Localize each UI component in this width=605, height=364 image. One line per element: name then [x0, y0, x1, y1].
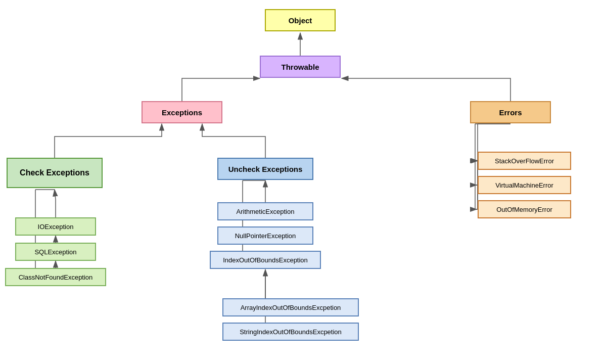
exceptions-label: Exceptions — [162, 108, 202, 117]
node-stringindexoutofboundsexception: StringIndexOutOfBoundsExcpetion — [222, 323, 359, 341]
stackoverflow-label: StackOverFlowError — [495, 157, 554, 165]
uncheck-exceptions-label: Uncheck Exceptions — [228, 165, 303, 173]
node-nullpointerexception: NullPointerException — [217, 226, 313, 245]
arrow-errors-throwable — [342, 78, 510, 101]
node-indexoutofboundsexception: IndexOutOfBoundsException — [210, 251, 321, 269]
arrow-ioexception-check — [55, 190, 56, 217]
node-arithmeticexception: ArithmeticException — [217, 202, 313, 220]
ioexception-label: IOException — [38, 223, 74, 231]
indexoutofbounds-label: IndexOutOfBoundsException — [223, 256, 308, 264]
node-uncheck-exceptions: Uncheck Exceptions — [217, 158, 313, 180]
arrayindex-label: ArrayIndexOutOfBoundsExcpetion — [241, 304, 341, 311]
node-errors: Errors — [470, 101, 551, 123]
sqlexception-label: SQLException — [34, 248, 76, 256]
check-exceptions-label: Check Exceptions — [20, 168, 89, 177]
diagram: Object Throwable Exceptions Errors Check… — [0, 0, 605, 364]
stringindex-label: StringIndexOutOfBoundsExcpetion — [240, 328, 342, 336]
node-object: Object — [265, 9, 336, 31]
classnotfound-label: ClassNotFoundException — [19, 274, 93, 281]
node-ioexception: IOException — [15, 217, 96, 236]
arrow-check-exceptions-left — [55, 124, 162, 158]
throwable-label: Throwable — [281, 63, 319, 71]
node-arrayindexoutofboundsexception: ArrayIndexOutOfBoundsExcpetion — [222, 298, 359, 316]
node-stackoverflowerror: StackOverFlowError — [478, 152, 571, 170]
arrow-uncheck-exceptions-right — [202, 124, 265, 158]
node-throwable: Throwable — [260, 56, 341, 78]
node-check-exceptions: Check Exceptions — [7, 158, 103, 188]
nullpointer-label: NullPointerException — [235, 232, 296, 240]
object-label: Object — [289, 16, 312, 25]
arithmetic-label: ArithmeticException — [237, 208, 295, 215]
errors-label: Errors — [499, 108, 522, 117]
node-classnotfoundexception: ClassNotFoundException — [5, 268, 106, 286]
virtualmachine-label: VirtualMachineError — [495, 181, 553, 189]
node-outofmemoryerror: OutOfMemoryError — [478, 200, 571, 218]
node-virtualmachineerror: VirtualMachineError — [478, 176, 571, 194]
node-sqlexception: SQLException — [15, 243, 96, 261]
arrow-exceptions-throwable — [182, 78, 260, 101]
outofmemory-label: OutOfMemoryError — [496, 206, 552, 213]
node-exceptions: Exceptions — [142, 101, 222, 123]
